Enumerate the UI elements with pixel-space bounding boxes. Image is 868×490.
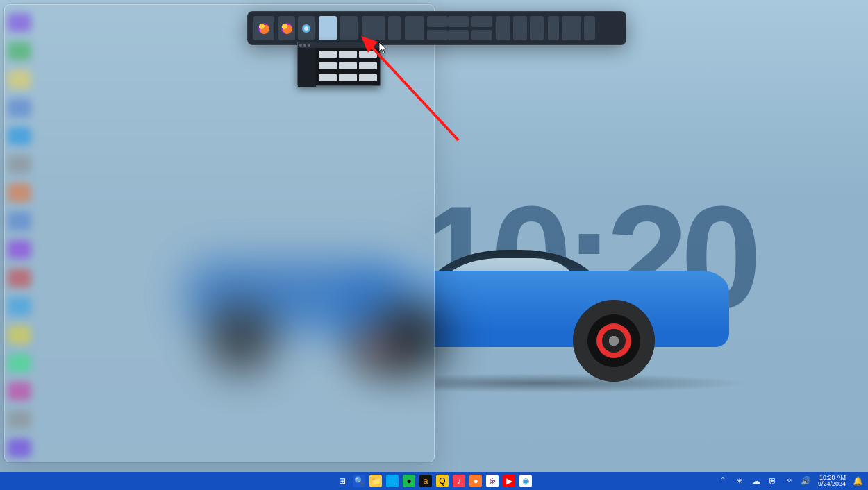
taskbar-system-tray: ˄✴☁⛨⌔🔊 10:20 AM 9/24/2024 🔔 [717, 475, 864, 488]
desktop-icon[interactable] [8, 155, 31, 174]
taskbar: ⊞🔍📁🌐●aQ♪●※▶◉ ˄✴☁⛨⌔🔊 10:20 AM 9/24/2024 🔔 [0, 472, 868, 490]
desktop-icon[interactable] [8, 99, 31, 117]
snap-zone-left-active[interactable] [319, 16, 337, 40]
spotify-icon[interactable]: ● [403, 475, 415, 487]
desktop-icon[interactable] [8, 326, 31, 344]
snap-layouts-flyout [247, 11, 626, 45]
desktop-icon[interactable] [8, 13, 31, 32]
music-icon[interactable]: ♪ [453, 475, 465, 487]
copilot-icon[interactable]: ✴ [733, 475, 746, 487]
desktop-icon[interactable] [8, 183, 31, 202]
desktop-icon[interactable] [8, 127, 31, 146]
taskbar-center: ⊞🔍📁🌐●aQ♪●※▶◉ [336, 475, 532, 487]
app-q-icon[interactable]: Q [436, 475, 449, 487]
notifications-icon[interactable]: 🔔 [851, 475, 864, 487]
wifi-icon[interactable]: ⌔ [783, 475, 796, 487]
firefox-icon[interactable]: ● [469, 475, 482, 487]
desktop-icons-blurred [8, 13, 38, 457]
taskbar-clock[interactable]: 10:20 AM 9/24/2024 [818, 475, 846, 488]
amazon-icon[interactable]: a [419, 475, 432, 487]
firefox-icon [253, 16, 274, 40]
overflow-icon[interactable]: ˄ [717, 475, 729, 487]
snap-layout-2col-left-active[interactable] [319, 16, 358, 40]
window-thumb-icon [298, 16, 315, 40]
desktop-icon[interactable] [8, 212, 31, 230]
desktop-icon[interactable] [8, 439, 31, 457]
desktop-icon[interactable] [8, 240, 31, 259]
youtube-icon[interactable]: ▶ [503, 475, 515, 487]
snap-layout-2col[interactable] [278, 16, 315, 40]
firefox-icon [278, 16, 295, 40]
mouse-cursor-icon [378, 42, 387, 54]
snap-layout-3col[interactable] [496, 16, 544, 40]
snap-layout-2col-uneven[interactable] [362, 16, 401, 40]
desktop-icon[interactable] [8, 269, 31, 287]
slack-icon[interactable]: ※ [486, 475, 499, 487]
desktop-icon[interactable] [8, 70, 31, 89]
onedrive-icon[interactable]: ☁ [750, 475, 762, 487]
snap-layout-2x2[interactable] [448, 16, 492, 40]
desktop-icon[interactable] [8, 354, 31, 373]
file-explorer-icon[interactable]: 📁 [369, 475, 382, 487]
snap-layout-left-plus-stack[interactable] [405, 16, 444, 40]
chrome-icon[interactable]: ◉ [519, 475, 532, 487]
snap-layout-full[interactable] [253, 16, 274, 40]
volume-icon[interactable]: 🔊 [800, 475, 812, 487]
start-icon[interactable]: ⊞ [336, 475, 349, 487]
desktop-icon[interactable] [8, 42, 31, 60]
svg-point-1 [304, 26, 308, 31]
taskbar-date: 9/24/2024 [818, 481, 846, 487]
snap-layout-3col-wide-center[interactable] [548, 16, 595, 40]
search-icon[interactable]: 🔍 [353, 475, 365, 487]
edge-icon[interactable]: 🌐 [386, 475, 399, 487]
desktop-icon[interactable] [8, 410, 31, 429]
desktop-icon[interactable] [8, 382, 31, 400]
security-icon[interactable]: ⛨ [767, 475, 779, 487]
snap-candidate-thumbnail[interactable] [297, 42, 381, 86]
desktop-icon[interactable] [8, 297, 31, 316]
